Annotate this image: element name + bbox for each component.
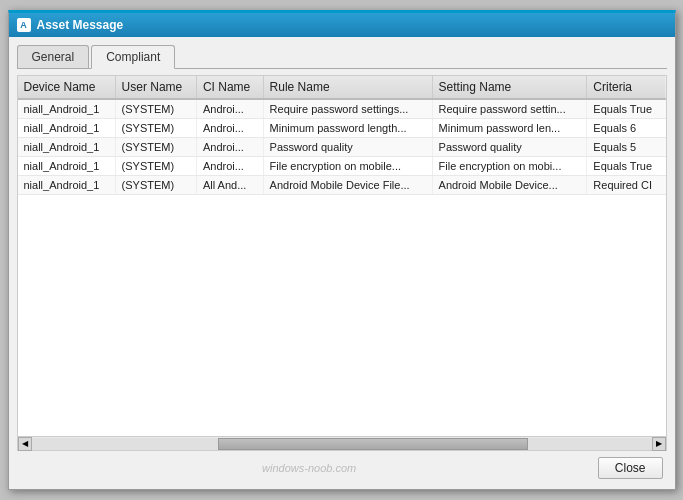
col-ci-name: CI Name xyxy=(196,76,263,99)
table-cell: Android Mobile Device File... xyxy=(263,176,432,195)
title-bar: A Asset Message xyxy=(9,13,675,37)
table-cell: (SYSTEM) xyxy=(115,119,196,138)
table-cell: Equals 6 xyxy=(587,119,666,138)
table-cell: (SYSTEM) xyxy=(115,176,196,195)
window-title: Asset Message xyxy=(37,18,124,32)
window-icon: A xyxy=(17,18,31,32)
close-button[interactable]: Close xyxy=(598,457,663,479)
col-setting-name: Setting Name xyxy=(432,76,587,99)
table-cell: Androi... xyxy=(196,119,263,138)
table-cell: Androi... xyxy=(196,157,263,176)
table-cell: Androi... xyxy=(196,99,263,119)
scroll-right-btn[interactable]: ▶ xyxy=(652,437,666,451)
scrollbar-thumb[interactable] xyxy=(218,438,528,450)
table-cell: Require password settin... xyxy=(432,99,587,119)
table-row: niall_Android_1(SYSTEM)Androi...Minimum … xyxy=(18,119,666,138)
table-cell: File encryption on mobi... xyxy=(432,157,587,176)
table-cell: Required CI xyxy=(587,176,666,195)
table-row: niall_Android_1(SYSTEM)Androi...File enc… xyxy=(18,157,666,176)
table-cell: Androi... xyxy=(196,138,263,157)
table-cell: Password quality xyxy=(432,138,587,157)
col-criteria: Criteria xyxy=(587,76,666,99)
scrollbar-track[interactable] xyxy=(32,438,652,450)
table-cell: (SYSTEM) xyxy=(115,99,196,119)
col-device-name: Device Name xyxy=(18,76,116,99)
table-cell: (SYSTEM) xyxy=(115,157,196,176)
table-cell: (SYSTEM) xyxy=(115,138,196,157)
data-table-container: Device Name User Name CI Name Rule Name … xyxy=(17,75,667,437)
col-user-name: User Name xyxy=(115,76,196,99)
col-rule-name: Rule Name xyxy=(263,76,432,99)
table-row: niall_Android_1(SYSTEM)All And...Android… xyxy=(18,176,666,195)
table-cell: niall_Android_1 xyxy=(18,157,116,176)
table-header-row: Device Name User Name CI Name Rule Name … xyxy=(18,76,666,99)
watermark: windows-noob.com xyxy=(21,462,598,474)
table-cell: niall_Android_1 xyxy=(18,138,116,157)
table-cell: niall_Android_1 xyxy=(18,99,116,119)
table-cell: All And... xyxy=(196,176,263,195)
table-cell: Minimum password length... xyxy=(263,119,432,138)
table-row: niall_Android_1(SYSTEM)Androi...Require … xyxy=(18,99,666,119)
table-cell: Equals 5 xyxy=(587,138,666,157)
tab-compliant[interactable]: Compliant xyxy=(91,45,175,69)
window-body: General Compliant Device Name User Name … xyxy=(9,37,675,489)
table-cell: File encryption on mobile... xyxy=(263,157,432,176)
footer: windows-noob.com Close xyxy=(17,451,667,481)
table-cell: Equals True xyxy=(587,99,666,119)
tab-bar: General Compliant xyxy=(17,45,667,69)
table-cell: Android Mobile Device... xyxy=(432,176,587,195)
table-cell: Password quality xyxy=(263,138,432,157)
data-table: Device Name User Name CI Name Rule Name … xyxy=(18,76,666,195)
scroll-left-btn[interactable]: ◀ xyxy=(18,437,32,451)
table-cell: Equals True xyxy=(587,157,666,176)
table-row: niall_Android_1(SYSTEM)Androi...Password… xyxy=(18,138,666,157)
asset-message-window: A Asset Message General Compliant Device… xyxy=(8,10,676,490)
table-cell: niall_Android_1 xyxy=(18,119,116,138)
tab-general[interactable]: General xyxy=(17,45,90,68)
table-cell: Minimum password len... xyxy=(432,119,587,138)
table-cell: niall_Android_1 xyxy=(18,176,116,195)
table-cell: Require password settings... xyxy=(263,99,432,119)
horizontal-scrollbar[interactable]: ◀ ▶ xyxy=(17,437,667,451)
